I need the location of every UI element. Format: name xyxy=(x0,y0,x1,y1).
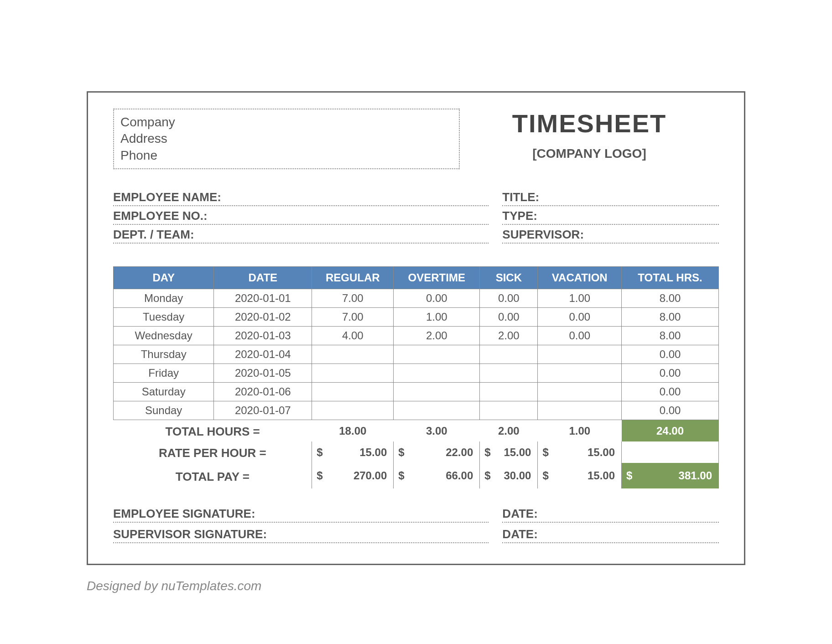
rate-sick: $15.00 xyxy=(480,441,538,463)
cell-sick[interactable] xyxy=(480,364,538,383)
cell-regular[interactable] xyxy=(312,383,394,401)
col-overtime: OVERTIME xyxy=(394,267,480,289)
company-info-box[interactable]: Company Address Phone xyxy=(113,109,460,169)
cell-overtime[interactable]: 2.00 xyxy=(394,327,480,345)
rate-vacation: $15.00 xyxy=(538,441,622,463)
pay-total: $381.00 xyxy=(622,463,719,488)
cell-total: 8.00 xyxy=(622,327,719,345)
table-header-row: DAY DATE REGULAR OVERTIME SICK VACATION … xyxy=(114,267,719,289)
cell-date[interactable]: 2020-01-03 xyxy=(214,327,312,345)
col-sick: SICK xyxy=(480,267,538,289)
supervisor-label: SUPERVISOR: xyxy=(502,228,584,242)
cell-vacation[interactable] xyxy=(538,364,622,383)
cell-overtime[interactable] xyxy=(394,364,480,383)
pay-overtime: $66.00 xyxy=(394,463,480,488)
total-hours-overtime: 3.00 xyxy=(394,420,480,442)
table-row: Friday2020-01-050.00 xyxy=(114,364,719,383)
timesheet-table: DAY DATE REGULAR OVERTIME SICK VACATION … xyxy=(113,266,719,488)
cell-overtime[interactable] xyxy=(394,383,480,401)
cell-day: Friday xyxy=(114,364,214,383)
dept-team-label: DEPT. / TEAM: xyxy=(113,228,194,242)
cell-total: 0.00 xyxy=(622,364,719,383)
employee-signature-label: EMPLOYEE SIGNATURE: xyxy=(113,507,255,521)
employee-name-field[interactable]: EMPLOYEE NAME: xyxy=(113,187,489,206)
cell-vacation[interactable] xyxy=(538,401,622,420)
cell-total: 0.00 xyxy=(622,345,719,364)
total-hours-regular: 18.00 xyxy=(312,420,394,442)
cell-overtime[interactable] xyxy=(394,345,480,364)
col-day: DAY xyxy=(114,267,214,289)
supervisor-date-label: DATE: xyxy=(502,527,538,541)
timesheet-container: Company Address Phone TIMESHEET [COMPANY… xyxy=(87,91,745,565)
company-name: Company xyxy=(120,114,452,130)
cell-overtime[interactable]: 0.00 xyxy=(394,289,480,308)
rate-total xyxy=(622,441,719,463)
cell-vacation[interactable]: 1.00 xyxy=(538,289,622,308)
cell-date[interactable]: 2020-01-07 xyxy=(214,401,312,420)
cell-vacation[interactable]: 0.00 xyxy=(538,308,622,327)
cell-date[interactable]: 2020-01-05 xyxy=(214,364,312,383)
table-row: Tuesday2020-01-027.001.000.000.008.00 xyxy=(114,308,719,327)
total-pay-label: TOTAL PAY = xyxy=(114,463,312,488)
employee-date-field[interactable]: DATE: xyxy=(502,502,719,523)
total-hours-total: 24.00 xyxy=(622,420,719,442)
cell-date[interactable]: 2020-01-01 xyxy=(214,289,312,308)
cell-date[interactable]: 2020-01-06 xyxy=(214,383,312,401)
table-row: Wednesday2020-01-034.002.002.000.008.00 xyxy=(114,327,719,345)
supervisor-signature-field[interactable]: SUPERVISOR SIGNATURE: xyxy=(113,523,489,543)
cell-sick[interactable]: 2.00 xyxy=(480,327,538,345)
cell-sick[interactable] xyxy=(480,345,538,364)
cell-day: Saturday xyxy=(114,383,214,401)
employee-no-field[interactable]: EMPLOYEE NO.: xyxy=(113,206,489,225)
total-hours-sick: 2.00 xyxy=(480,420,538,442)
page-title: TIMESHEET xyxy=(460,109,719,138)
type-label: TYPE: xyxy=(502,209,537,223)
cell-day: Monday xyxy=(114,289,214,308)
cell-total: 8.00 xyxy=(622,289,719,308)
cell-overtime[interactable] xyxy=(394,401,480,420)
supervisor-date-field[interactable]: DATE: xyxy=(502,523,719,543)
total-hours-label: TOTAL HOURS = xyxy=(114,420,312,442)
title-label: TITLE: xyxy=(502,190,539,204)
cell-sick[interactable] xyxy=(480,383,538,401)
col-total: TOTAL HRS. xyxy=(622,267,719,289)
rate-regular: $15.00 xyxy=(312,441,394,463)
cell-date[interactable]: 2020-01-02 xyxy=(214,308,312,327)
company-logo-placeholder: [COMPANY LOGO] xyxy=(460,146,719,161)
cell-overtime[interactable]: 1.00 xyxy=(394,308,480,327)
cell-day: Sunday xyxy=(114,401,214,420)
cell-sick[interactable]: 0.00 xyxy=(480,308,538,327)
table-row: Monday2020-01-017.000.000.001.008.00 xyxy=(114,289,719,308)
cell-date[interactable]: 2020-01-04 xyxy=(214,345,312,364)
title-field[interactable]: TITLE: xyxy=(502,187,719,206)
dept-team-field[interactable]: DEPT. / TEAM: xyxy=(113,225,489,244)
cell-regular[interactable] xyxy=(312,345,394,364)
col-regular: REGULAR xyxy=(312,267,394,289)
table-row: Thursday2020-01-040.00 xyxy=(114,345,719,364)
supervisor-field[interactable]: SUPERVISOR: xyxy=(502,225,719,244)
pay-vacation: $15.00 xyxy=(538,463,622,488)
cell-regular[interactable] xyxy=(312,364,394,383)
employee-signature-field[interactable]: EMPLOYEE SIGNATURE: xyxy=(113,502,489,523)
cell-regular[interactable]: 4.00 xyxy=(312,327,394,345)
company-address: Address xyxy=(120,130,452,147)
supervisor-signature-label: SUPERVISOR SIGNATURE: xyxy=(113,527,267,541)
col-vacation: VACATION xyxy=(538,267,622,289)
table-row: Saturday2020-01-060.00 xyxy=(114,383,719,401)
cell-sick[interactable]: 0.00 xyxy=(480,289,538,308)
type-field[interactable]: TYPE: xyxy=(502,206,719,225)
employee-date-label: DATE: xyxy=(502,507,538,521)
credit-text: Designed by nuTemplates.com xyxy=(87,579,745,593)
pay-regular: $270.00 xyxy=(312,463,394,488)
cell-regular[interactable] xyxy=(312,401,394,420)
cell-regular[interactable]: 7.00 xyxy=(312,308,394,327)
cell-vacation[interactable] xyxy=(538,345,622,364)
rate-overtime: $22.00 xyxy=(394,441,480,463)
cell-vacation[interactable]: 0.00 xyxy=(538,327,622,345)
total-pay-row: TOTAL PAY = $270.00 $66.00 $30.00 $15.00… xyxy=(114,463,719,488)
company-phone: Phone xyxy=(120,147,452,164)
cell-regular[interactable]: 7.00 xyxy=(312,289,394,308)
cell-vacation[interactable] xyxy=(538,383,622,401)
cell-sick[interactable] xyxy=(480,401,538,420)
employee-no-label: EMPLOYEE NO.: xyxy=(113,209,208,223)
